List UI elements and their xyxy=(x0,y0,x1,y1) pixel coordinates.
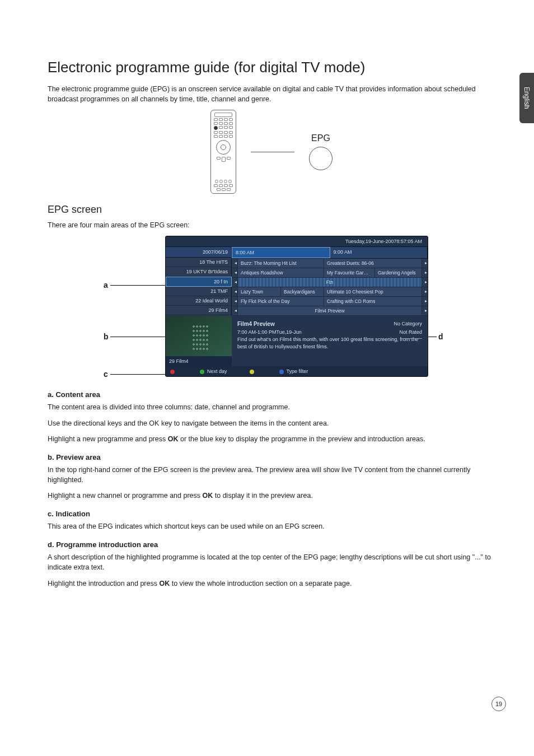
epg-preview-area: 29 Film4 xyxy=(166,316,232,366)
remote-control-icon xyxy=(210,110,236,194)
green-dot-icon xyxy=(200,370,204,374)
callout-b: b xyxy=(104,332,109,341)
epg-date-header: 2007/06/19 xyxy=(166,247,232,258)
scroll-right-icon: ▸ xyxy=(422,278,428,287)
epg-screen-heading: EPG screen xyxy=(48,204,495,216)
time-header-1: 9:00 AM xyxy=(330,247,428,258)
scroll-left-icon: ◂ xyxy=(232,287,238,296)
epg-indication-bar: Next day Type filter xyxy=(166,366,428,376)
epg-callout: EPG xyxy=(309,133,332,170)
section-b-p2: Highlight a new channel or programme and… xyxy=(48,491,495,501)
scroll-left-icon: ◂ xyxy=(232,297,238,306)
preview-thumbnail xyxy=(166,316,232,356)
next-day-label: Next day xyxy=(207,368,227,374)
preview-caption: 29 Film4 xyxy=(166,356,232,366)
section-c-heading: c. Indication xyxy=(48,510,495,518)
red-dot-icon xyxy=(170,370,175,374)
page-content: Electronic programme guide (for digital … xyxy=(48,59,495,594)
section-a-p3: Highlight a new programme and press OK o… xyxy=(48,434,495,444)
epg-clock: Tuesday,19-June-20078:57:05 AM xyxy=(166,236,428,247)
programme-cell: Fly Flot Pick of the Day xyxy=(238,297,324,306)
programme-cell: Ftn xyxy=(238,278,422,287)
programme-cell: Greatest Duets: 86-06 xyxy=(324,259,422,268)
channel-row: 22 Ideal World xyxy=(166,296,232,306)
epg-label: EPG xyxy=(311,133,330,143)
section-c-p1: This area of the EPG indicates which sho… xyxy=(48,521,495,531)
scroll-right-icon: ▸ xyxy=(422,268,428,277)
page-title: Electronic programme guide (for digital … xyxy=(48,59,495,76)
page-number: 19 xyxy=(491,697,506,711)
yellow-dot-icon xyxy=(250,370,254,374)
scroll-right-icon: ▸ xyxy=(422,287,428,296)
programme-cell: Backyardigans xyxy=(281,287,324,296)
leader-line xyxy=(251,152,294,152)
channel-row: 21 TMF xyxy=(166,287,232,296)
intro-paragraph: The electronic programme guide (EPG) is … xyxy=(48,84,495,104)
section-a-p2: Use the directional keys and the OK key … xyxy=(48,418,495,428)
scroll-left-icon: ◂ xyxy=(232,306,238,315)
epg-intro-area: No Category Not Rated Film4 Preview 7:00… xyxy=(232,316,428,366)
blue-dot-icon xyxy=(279,370,284,374)
info-rating: Not Rated xyxy=(394,329,422,336)
section-d-p2: Highlight the introduction and press OK … xyxy=(48,578,495,589)
callout-c: c xyxy=(104,370,108,379)
section-a-heading: a. Content area xyxy=(48,390,495,399)
programme-cell: Crafting with CD Roms xyxy=(324,297,422,306)
remote-epg-button xyxy=(214,126,218,130)
programme-cell: Gardening Angels xyxy=(375,268,422,277)
programme-cell: Film4 Preview xyxy=(238,306,422,315)
scroll-left-icon: ◂ xyxy=(232,268,238,277)
scroll-left-icon: ◂ xyxy=(232,259,238,268)
callout-a: a xyxy=(104,281,108,290)
epg-screenshot: a b c d Tuesday,19-June-20078:57:05 AM 2… xyxy=(92,236,451,377)
type-filter-label: Type filter xyxy=(287,368,308,374)
language-tab: English xyxy=(519,73,534,123)
channel-row: 29 Film4 xyxy=(166,306,232,315)
channel-row: 20 f tn xyxy=(166,277,232,287)
scroll-left-icon: ◂ xyxy=(232,278,238,287)
section-d-p1: A short description of the highlighted p… xyxy=(48,552,495,572)
callout-circle-icon xyxy=(309,147,332,170)
programme-cell: Antiques Roadshow xyxy=(238,268,324,277)
time-header-0: 8:00 AM xyxy=(232,247,330,258)
scroll-right-icon: ▸ xyxy=(422,306,428,315)
channel-row: 18 The HITS xyxy=(166,258,232,267)
epg-screen-intro: There are four main areas of the EPG scr… xyxy=(48,220,495,230)
programme-cell: Buzz: The Morning Hit List xyxy=(238,259,324,268)
programme-cell: Lazy Town xyxy=(238,287,281,296)
info-category: No Category xyxy=(394,320,422,328)
section-d-heading: d. Programme introduction area xyxy=(48,540,495,549)
section-a-p1: The content area is divided into three c… xyxy=(48,402,495,412)
channel-row: 19 UKTV Br'tIdeas xyxy=(166,267,232,277)
callout-d: d xyxy=(438,332,443,341)
programme-cell: My Favourite Gar… xyxy=(324,268,375,277)
remote-diagram: EPG xyxy=(48,110,495,194)
programme-cell: Ultimate 10 Cheesiest Pop xyxy=(324,287,422,296)
scroll-right-icon: ▸ xyxy=(422,297,428,306)
scroll-right-icon: ▸ xyxy=(422,259,428,268)
section-b-heading: b. Preview area xyxy=(48,453,495,461)
section-b-p1: In the top right-hand corner of the EPG … xyxy=(48,465,495,485)
